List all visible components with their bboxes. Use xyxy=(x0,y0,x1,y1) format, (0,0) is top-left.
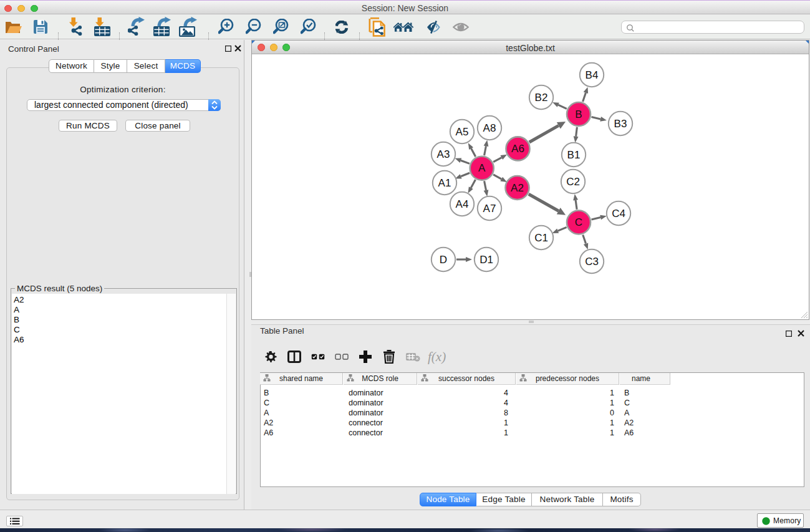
svg-text:A4: A4 xyxy=(456,198,469,210)
svg-text:C: C xyxy=(575,216,582,228)
svg-text:C4: C4 xyxy=(612,208,625,220)
svg-text:A8: A8 xyxy=(483,122,496,134)
svg-text:B1: B1 xyxy=(567,149,581,161)
svg-text:B2: B2 xyxy=(535,92,548,104)
svg-text:A5: A5 xyxy=(456,126,469,138)
svg-text:A2: A2 xyxy=(511,182,524,194)
svg-text:A: A xyxy=(478,162,486,174)
svg-text:B3: B3 xyxy=(614,118,627,130)
svg-text:D1: D1 xyxy=(480,254,493,266)
svg-text:B: B xyxy=(575,109,582,120)
svg-text:A6: A6 xyxy=(511,143,524,155)
svg-text:C3: C3 xyxy=(585,256,599,268)
svg-text:A1: A1 xyxy=(438,177,451,189)
svg-text:A3: A3 xyxy=(437,148,450,160)
svg-text:C1: C1 xyxy=(534,232,548,244)
svg-text:C2: C2 xyxy=(566,176,580,188)
svg-text:B4: B4 xyxy=(586,69,599,81)
svg-text:A7: A7 xyxy=(483,203,496,215)
svg-text:D: D xyxy=(440,254,447,266)
